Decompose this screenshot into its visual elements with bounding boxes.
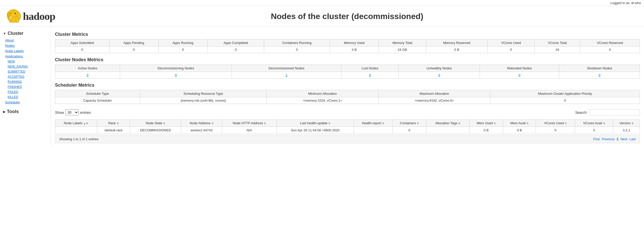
cluster-section-title[interactable]: ▼ Cluster	[0, 29, 51, 38]
cnm-val-2[interactable]: 1	[232, 72, 341, 79]
nt-header-node-http[interactable]: Node HTTP Address ⇅	[222, 120, 277, 127]
sidebar-link-running[interactable]: RUNNING	[3, 79, 51, 84]
pagination-next[interactable]: Next	[621, 137, 627, 141]
cm-header-10: VCores Reserved	[580, 39, 640, 46]
sm-header-1: Scheduling Resource Type	[140, 90, 267, 97]
content-area: Cluster Metrics Apps Submitted Apps Pend…	[51, 27, 644, 146]
cm-header-6: Memory Total	[379, 39, 426, 46]
pagination-last[interactable]: Last	[629, 137, 636, 141]
sort-icon-node-labels: ▲▼	[83, 122, 88, 125]
nt-header-vcores-avail[interactable]: VCores Avail ⇅	[575, 120, 613, 127]
nt-header-containers[interactable]: Containers ⇅	[392, 120, 426, 127]
pagination-bar: Showing 1 to 1 of 1 entries First Previo…	[55, 135, 640, 143]
sm-val-4: 0	[490, 97, 640, 104]
cnm-link-2[interactable]: 1	[285, 73, 287, 77]
sm-val-1: [memory-mb (unit=Mi), vcores]	[140, 97, 267, 104]
cnm-link-5[interactable]: 0	[519, 73, 520, 77]
nt-header-rack[interactable]: Rack ⇅	[97, 120, 130, 127]
sort-icon-node-address: ⇅	[211, 122, 213, 125]
sidebar-link-new[interactable]: NEW	[3, 59, 51, 64]
cnm-val-4[interactable]: 0	[399, 72, 480, 79]
nt-header-mem-used[interactable]: Mem Used ⇅	[469, 120, 503, 127]
cnm-header-1: Decommissioning Nodes	[120, 65, 232, 72]
cnm-val-6[interactable]: 0	[559, 72, 640, 79]
cnm-val-3[interactable]: 0	[341, 72, 399, 79]
nodes-table: Node Labels ▲▼ Rack ⇅ Node State ⇅ Node …	[55, 119, 640, 134]
cnm-val-1[interactable]: 0	[120, 72, 232, 79]
row-allocation-tags	[426, 127, 469, 134]
sidebar: ▼ Cluster About Nodes Node Labels Applic…	[0, 27, 51, 146]
search-input[interactable]	[589, 110, 640, 115]
row-mem-used: 0 B	[469, 127, 503, 134]
row-rack: /default-rack	[97, 127, 130, 134]
cnm-val-5[interactable]: 0	[480, 72, 559, 79]
show-label: Show	[55, 111, 64, 115]
entries-select[interactable]: 10 20 25 50 100	[65, 110, 79, 115]
cluster-nodes-metrics-table: Active Nodes Decommissioning Nodes Decom…	[55, 65, 640, 79]
cm-header-5: Memory Used	[330, 39, 379, 46]
hadoop-elephant-icon	[5, 9, 23, 24]
sidebar-link-node-labels[interactable]: Node Labels	[0, 48, 51, 54]
nt-header-version[interactable]: Version ⇅	[613, 120, 640, 127]
top-bar: Logged in as: dr.who	[0, 0, 644, 6]
cm-val-5: 0 B	[330, 46, 379, 53]
tools-label: Tools	[7, 109, 19, 114]
sidebar-link-applications[interactable]: Applications	[0, 54, 51, 59]
nt-header-node-state[interactable]: Node State ⇅	[130, 120, 181, 127]
row-containers: 0	[392, 127, 426, 134]
cm-header-1: Apps Pending	[109, 39, 158, 46]
row-vcores-avail: 0	[575, 127, 613, 134]
cnm-link-3[interactable]: 0	[369, 73, 371, 77]
cluster-metrics-title: Cluster Metrics	[55, 32, 640, 37]
cnm-link-1[interactable]: 0	[175, 73, 177, 77]
hadoop-logo-text: hadoop	[23, 10, 55, 22]
logo-area: hadoop	[5, 9, 55, 24]
row-last-health: Sun Apr 26 11:44:56 +0800 2020	[277, 127, 354, 134]
nt-header-node-labels[interactable]: Node Labels ▲▼	[55, 120, 97, 127]
sidebar-link-accepted[interactable]: ACCEPTED	[3, 74, 51, 79]
nt-header-health-report[interactable]: Health-report ⇅	[354, 120, 392, 127]
cnm-link-0[interactable]: 3	[87, 73, 89, 77]
sidebar-link-failed[interactable]: FAILED	[3, 89, 51, 95]
sm-header-3: Maximum Allocation	[378, 90, 490, 97]
sort-icon-mem-used: ⇅	[494, 122, 496, 125]
cluster-section: ▼ Cluster About Nodes Node Labels Applic…	[0, 29, 51, 105]
sidebar-link-nodes[interactable]: Nodes	[0, 43, 51, 48]
cm-val-8: 0	[488, 46, 535, 53]
sm-val-0: Capacity Scheduler	[55, 97, 140, 104]
sidebar-link-killed[interactable]: KILLED	[3, 95, 51, 100]
sidebar-link-scheduler[interactable]: Scheduler	[0, 100, 51, 105]
search-area: Search:	[575, 110, 640, 115]
sidebar-link-about[interactable]: About	[0, 38, 51, 43]
scheduler-metrics-table: Scheduler Type Scheduling Resource Type …	[55, 90, 640, 104]
cm-val-3: 0	[208, 46, 264, 53]
nt-header-allocation-tags[interactable]: Allocation Tags ⇅	[426, 120, 469, 127]
pagination-previous[interactable]: Previous	[602, 137, 615, 141]
nt-header-vcores-used[interactable]: VCores Used ⇅	[536, 120, 575, 127]
nt-header-mem-avail[interactable]: Mem Avail ⇅	[503, 120, 536, 127]
cm-header-0: Apps Submitted	[55, 39, 109, 46]
tools-section: ▶ Tools	[0, 107, 51, 116]
sidebar-link-submitted[interactable]: SUBMITTED	[3, 69, 51, 74]
search-label: Search:	[575, 111, 588, 115]
cluster-nodes-metrics-title: Cluster Nodes Metrics	[55, 57, 640, 63]
sidebar-link-finished[interactable]: FINISHED	[3, 84, 51, 89]
cluster-arrow: ▼	[3, 32, 6, 35]
sort-icon-node-http: ⇅	[264, 122, 266, 125]
sort-icon-mem-avail: ⇅	[526, 122, 528, 125]
sm-val-3: <memory:8192, vCores:4>	[378, 97, 490, 104]
sidebar-link-new-saving[interactable]: NEW_SAVING	[3, 64, 51, 69]
nt-header-last-health[interactable]: Last health-update ⇅	[277, 120, 354, 127]
cnm-link-6[interactable]: 0	[599, 73, 600, 77]
cnm-link-4[interactable]: 0	[438, 73, 440, 77]
row-node-state: DECOMMISSIONED	[130, 127, 181, 134]
pagination-first[interactable]: First	[593, 137, 600, 141]
applications-subsection: NEW NEW_SAVING SUBMITTED ACCEPTED RUNNIN…	[0, 59, 51, 100]
main-layout: ▼ Cluster About Nodes Node Labels Applic…	[0, 27, 644, 146]
nt-header-node-address[interactable]: Node Address ⇅	[181, 120, 222, 127]
cm-val-4: 0	[264, 46, 330, 53]
cnm-val-0[interactable]: 3	[55, 72, 120, 79]
tools-section-title[interactable]: ▶ Tools	[0, 107, 51, 116]
svg-point-5	[15, 13, 16, 14]
svg-point-6	[15, 13, 16, 13]
